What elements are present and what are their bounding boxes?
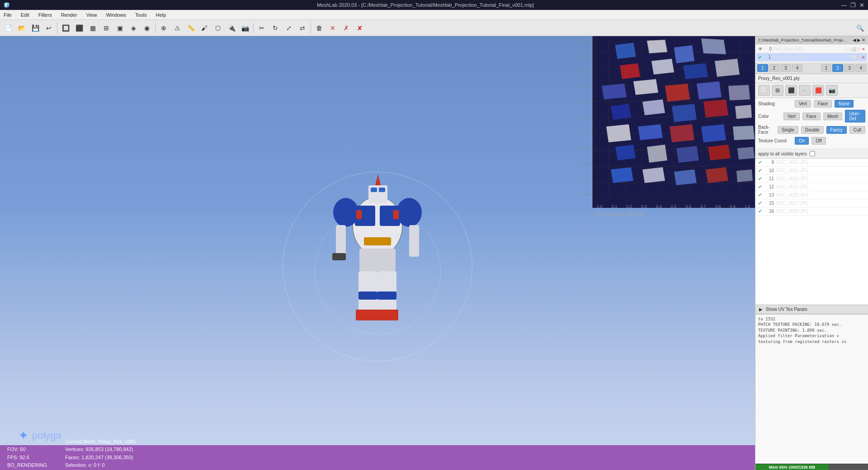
progress-label: Mem 65% 1000/1536 MB	[769, 465, 816, 470]
close-button[interactable]: ✕	[859, 2, 864, 9]
select-tool[interactable]: ⬡	[212, 22, 224, 34]
layer-icon-del-1[interactable]: ✕	[862, 55, 865, 60]
tex-list[interactable]: ✔ 9 DSC_0021.JPG ✔ 10 DSC_0022.JPG ✔ 11 …	[755, 158, 868, 305]
transform-tool[interactable]: ⊕	[157, 22, 170, 34]
color-mesh[interactable]: Mesh	[823, 113, 842, 120]
layer-icon-box-1[interactable]: ⬜	[851, 55, 856, 60]
delete-check[interactable]: ✗	[340, 22, 353, 34]
fill-tool[interactable]: 🗑	[313, 22, 326, 34]
layer-item-0[interactable]: 👁 0 Full_Res_v001 ✎ ℹ ⬜ ⊞ ✕	[756, 45, 867, 53]
view-tool-5[interactable]: ▣	[113, 22, 126, 34]
tex-num-5: 15	[765, 201, 774, 206]
minimize-button[interactable]: —	[841, 2, 847, 9]
titlebar: 🧊 MeshLab 2020.03 - [C:/Meshlab_Projecti…	[0, 0, 868, 10]
layer-icon-box-0[interactable]: ⬜	[851, 47, 856, 52]
save-button[interactable]: 💾	[29, 22, 42, 34]
menu-item-render[interactable]: Render	[59, 11, 79, 19]
show-uv-tex-param[interactable]: ▶ Show UV Tex Param	[755, 305, 868, 314]
tex-item-4[interactable]: ✔ 13 DSC_0025.JPG	[755, 191, 868, 199]
menubar: FileEditFiltersRenderViewWindowsToolsHel…	[0, 10, 868, 20]
svg-point-8	[333, 198, 359, 227]
render-tool-tex[interactable]: 🟥	[812, 85, 824, 96]
render-tool-solid[interactable]: ⬛	[785, 85, 797, 96]
view-tool-7[interactable]: ◉	[141, 22, 153, 34]
view-tool-2[interactable]: ⬛	[73, 22, 85, 34]
apply-checkbox[interactable]	[810, 151, 815, 156]
back-face-cull[interactable]: Cull	[849, 126, 865, 134]
nav-sub-tab-4[interactable]: 4	[855, 64, 866, 72]
viewport[interactable]: 1.0 0.9 0.8 0.7 0.6 0.5 0.4 0.3 0.2 0.1 …	[0, 36, 755, 470]
tex-item-2[interactable]: ✔ 11 DSC_0023.JPG	[755, 175, 868, 183]
menu-item-windows[interactable]: Windows	[104, 11, 128, 19]
rp-collapse-left[interactable]: ◀	[853, 38, 856, 42]
color-vert[interactable]: Vert	[783, 113, 800, 120]
render-tool-box[interactable]: ⬜	[758, 85, 770, 96]
back-face-fancy[interactable]: Fancy	[826, 126, 847, 134]
back-face-single[interactable]: Single	[778, 126, 798, 134]
tex-item-1[interactable]: ✔ 10 DSC_0022.JPG	[755, 167, 868, 175]
nav-tab-1[interactable]: 1	[757, 64, 768, 72]
nav-tab-2[interactable]: 2	[769, 64, 780, 72]
view-tool-4[interactable]: ⊞	[100, 22, 113, 34]
menu-item-help[interactable]: Help	[154, 11, 168, 19]
texture-coord-on[interactable]: On	[795, 137, 809, 145]
open-button[interactable]: 📂	[15, 22, 28, 34]
render-tool-wire[interactable]: ⊞	[772, 85, 783, 96]
nav-sub-tab-1[interactable]: 1	[821, 64, 832, 72]
menu-item-edit[interactable]: Edit	[19, 11, 31, 19]
shading-vert[interactable]: Vert	[795, 100, 811, 108]
layer-icon-del-0[interactable]: ✕	[862, 47, 865, 52]
scale-tool[interactable]: ⤢	[283, 22, 295, 34]
snap-tool[interactable]: ✂	[255, 22, 268, 34]
restore-button[interactable]: ❐	[850, 2, 856, 9]
color-user-def[interactable]: User-Def	[845, 110, 865, 122]
menu-item-view[interactable]: View	[85, 11, 99, 19]
layer-icon-wire-0[interactable]: ⊞	[857, 47, 861, 52]
tex-item-0[interactable]: ✔ 9 DSC_0021.JPG	[755, 159, 868, 167]
layer-item-1[interactable]: ✔ 1 Proxy_Res_v001 * ✎ ℹ ⬜ ⊞ ✕	[756, 53, 867, 61]
layer-visibility-0[interactable]: 👁	[758, 47, 763, 52]
shading-face[interactable]: Face	[814, 100, 832, 108]
layer-icon-info-1[interactable]: ℹ	[849, 55, 850, 60]
delete-x[interactable]: ✕	[326, 22, 339, 34]
tex-item-5[interactable]: ✔ 15 DSC_0027.JPG	[755, 199, 868, 207]
warning-tool[interactable]: ⚠	[171, 22, 184, 34]
nav-tab-3[interactable]: 3	[780, 64, 791, 72]
view-tool-6[interactable]: ◈	[127, 22, 140, 34]
undo-button[interactable]: ↩	[42, 22, 55, 34]
tex-item-3[interactable]: ✔ 12 DSC_0024.JPG	[755, 183, 868, 191]
texture-coord-off[interactable]: Off	[811, 137, 826, 145]
color-face[interactable]: Face	[802, 113, 821, 120]
rotate-tool[interactable]: ↻	[269, 22, 282, 34]
menu-item-file[interactable]: File	[2, 11, 14, 19]
menu-item-tools[interactable]: Tools	[133, 11, 149, 19]
layer-icon-edit-0[interactable]: ✎	[844, 47, 848, 52]
view-tool-3[interactable]: ▦	[86, 22, 99, 34]
view-tool-1[interactable]: 🔲	[59, 22, 72, 34]
render-tool-point[interactable]: ·	[799, 85, 811, 96]
nav-sub-tab-3[interactable]: 3	[844, 64, 855, 72]
svg-marker-49	[620, 63, 640, 79]
nav-tab-4[interactable]: 4	[792, 64, 803, 72]
mirror-tool[interactable]: ⇄	[296, 22, 309, 34]
layer-visibility-1[interactable]: ✔	[758, 55, 762, 60]
rp-expand-right[interactable]: ▶	[857, 38, 861, 42]
render-tool-cam[interactable]: 📷	[826, 85, 838, 96]
measure-tool[interactable]: 📏	[184, 22, 197, 34]
rp-close[interactable]: ✕	[862, 38, 865, 42]
layer-icon-edit-1[interactable]: ✎	[844, 55, 848, 60]
layer-icon-wire-1[interactable]: ⊞	[857, 55, 861, 60]
shading-none[interactable]: None	[835, 100, 854, 108]
new-button[interactable]: 📄	[2, 22, 14, 34]
delete-all[interactable]: ✘	[354, 22, 366, 34]
nav-sub-tab-2[interactable]: 2	[832, 64, 843, 72]
tex-item-6[interactable]: ✔ 16 DSC_0028.JPG	[755, 207, 868, 216]
camera-tool[interactable]: 📷	[239, 22, 251, 34]
plug-tool[interactable]: 🔌	[225, 22, 238, 34]
paint-tool[interactable]: 🖌	[198, 22, 211, 34]
search-button[interactable]: 🔍	[854, 22, 866, 34]
axis-x-0.7: 0.7	[700, 204, 706, 209]
layer-icon-info-0[interactable]: ℹ	[849, 47, 850, 52]
back-face-double[interactable]: Double	[801, 126, 824, 134]
menu-item-filters[interactable]: Filters	[37, 11, 54, 19]
